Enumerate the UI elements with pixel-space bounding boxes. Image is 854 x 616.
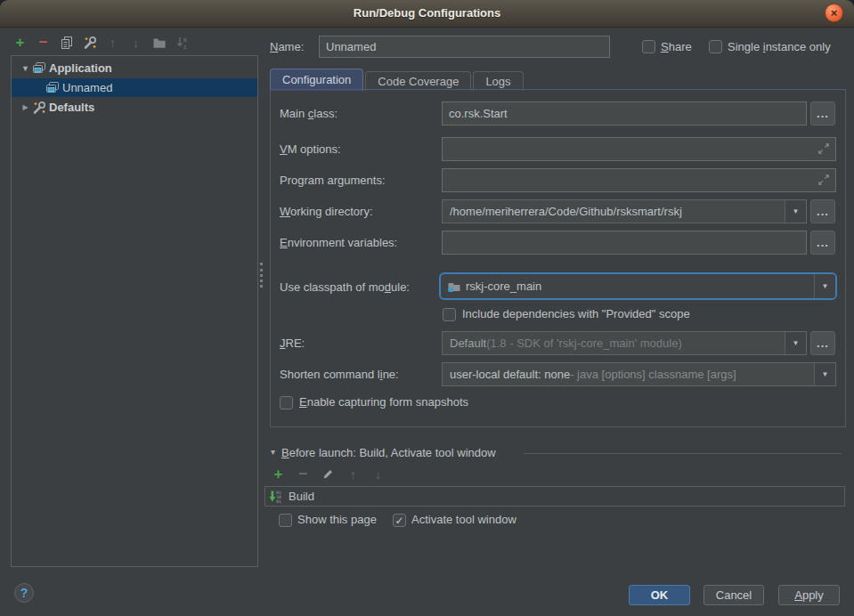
arrow-down-icon: ↓ — [133, 36, 139, 50]
ellipsis-icon: ... — [817, 107, 829, 120]
dropdown-arrow-icon[interactable]: ▼ — [785, 200, 806, 223]
move-task-up-button[interactable]: ↑ — [346, 466, 361, 482]
tab-bar: Configuration Code Coverage Logs — [270, 69, 525, 91]
arrow-down-icon: ↓ — [375, 467, 381, 482]
move-down-button[interactable]: ↓ — [128, 35, 143, 50]
tree-item-application[interactable]: ▼ Application — [12, 59, 257, 77]
share-checkbox[interactable] — [642, 40, 655, 53]
main-class-input[interactable] — [442, 101, 807, 126]
show-this-page-label: Show this page — [297, 513, 377, 526]
svg-text:z: z — [183, 43, 187, 49]
activate-tool-window-label: Activate tool window — [411, 513, 516, 526]
name-input[interactable] — [319, 36, 610, 58]
jre-browse-button[interactable]: ... — [810, 331, 835, 355]
tree-item-label: Application — [49, 61, 112, 75]
run-debug-configurations-dialog: Run/Debug Configurations × + − ↑ — [0, 0, 854, 616]
move-task-down-button[interactable]: ↓ — [370, 466, 386, 482]
cancel-button[interactable]: Cancel — [704, 585, 764, 605]
tree-item-unnamed[interactable]: Unnamed — [12, 78, 257, 97]
arrow-up-icon: ↑ — [350, 467, 356, 482]
working-directory-combo[interactable]: /home/meriherrera/Code/Github/rsksmart/r… — [442, 199, 807, 223]
enable-snapshots-label: Enable capturing form snapshots — [299, 395, 468, 409]
svg-text:01: 01 — [276, 499, 281, 504]
plus-icon: + — [16, 34, 25, 52]
minus-icon: − — [299, 466, 308, 483]
include-provided-label: Include dependencies with "Provided" sco… — [462, 307, 690, 320]
expand-field-icon[interactable] — [817, 142, 830, 155]
add-configuration-button[interactable]: + — [12, 35, 28, 50]
tree-item-defaults[interactable]: ▶ Defaults — [12, 98, 257, 117]
before-launch-toolbar: + − ↑ ↓ — [271, 466, 386, 482]
expand-field-icon[interactable] — [817, 174, 830, 186]
minus-icon: − — [39, 34, 48, 52]
before-launch-title: Before launch: Build, Activate tool wind… — [281, 446, 496, 459]
tab-logs[interactable]: Logs — [473, 71, 523, 91]
apply-button[interactable]: Apply — [778, 585, 840, 605]
shorten-command-line-label: Shorten command line: — [280, 368, 399, 382]
svg-text:a: a — [183, 36, 187, 43]
remove-task-button[interactable]: − — [296, 466, 311, 482]
name-label: Name: — [270, 40, 304, 53]
collapse-section-icon[interactable]: ▾ — [271, 447, 275, 457]
tree-item-label: Unnamed — [62, 81, 112, 94]
title-bar[interactable]: Run/Debug Configurations × — [0, 0, 854, 28]
single-instance-checkbox[interactable] — [709, 40, 722, 53]
program-arguments-label: Program arguments: — [280, 174, 386, 188]
enable-snapshots-checkbox[interactable] — [280, 396, 293, 409]
move-up-button[interactable]: ↑ — [105, 35, 120, 50]
shorten-command-line-combo[interactable]: user-local default: none - java [options… — [442, 362, 836, 386]
folder-icon — [152, 36, 167, 50]
vm-options-input[interactable] — [442, 137, 836, 161]
sort-configurations-button[interactable]: a z — [175, 35, 190, 50]
check-icon: ✓ — [394, 515, 403, 526]
chevron-collapsed-icon[interactable]: ▶ — [20, 103, 30, 111]
application-icon — [45, 81, 60, 95]
main-class-label: Main class: — [280, 107, 338, 121]
pencil-icon — [321, 467, 335, 481]
before-launch-task-row[interactable]: 01 10 01 Build — [264, 486, 845, 507]
program-arguments-input[interactable] — [442, 168, 836, 192]
module-icon — [447, 280, 461, 294]
environment-variables-browse-button[interactable]: ... — [810, 231, 835, 255]
activate-tool-window-checkbox[interactable]: ✓ — [393, 514, 406, 527]
working-directory-browse-button[interactable]: ... — [810, 199, 835, 223]
tree-item-label: Defaults — [49, 101, 94, 114]
dropdown-arrow-icon[interactable]: ▼ — [785, 332, 806, 354]
include-provided-checkbox[interactable] — [443, 308, 456, 321]
create-folder-button[interactable] — [151, 35, 167, 50]
edit-task-button[interactable] — [321, 466, 336, 482]
dialog-title: Run/Debug Configurations — [0, 0, 854, 27]
share-label: Share — [661, 40, 692, 53]
dropdown-arrow-icon[interactable]: ▼ — [814, 363, 835, 385]
sort-alphabetically-icon: a z — [175, 36, 190, 50]
edit-defaults-button[interactable] — [82, 35, 97, 50]
close-button[interactable]: × — [825, 4, 843, 22]
ok-button[interactable]: OK — [629, 585, 690, 605]
configurations-toolbar: + − ↑ ↓ — [12, 35, 190, 50]
plus-icon: + — [274, 466, 283, 483]
dropdown-arrow-icon[interactable]: ▼ — [814, 274, 835, 298]
single-instance-label: Single instance only — [728, 40, 831, 53]
close-icon: × — [831, 6, 838, 20]
ellipsis-icon: ... — [817, 236, 829, 249]
show-this-page-checkbox[interactable] — [279, 514, 292, 527]
question-mark-icon: ? — [20, 586, 28, 600]
main-class-browse-button[interactable]: ... — [810, 101, 835, 126]
help-button[interactable]: ? — [14, 583, 34, 603]
working-directory-label: Working directory: — [280, 205, 373, 219]
tab-configuration[interactable]: Configuration — [270, 69, 363, 91]
ellipsis-icon: ... — [817, 205, 829, 218]
use-classpath-label: Use classpath of module: — [280, 280, 410, 295]
add-task-button[interactable]: + — [271, 466, 286, 482]
use-classpath-combo[interactable]: rskj-core_main ▼ — [439, 272, 837, 300]
environment-variables-label: Environment variables: — [280, 236, 397, 250]
environment-variables-input[interactable] — [442, 231, 807, 255]
jre-combo[interactable]: Default (1.8 - SDK of 'rskj-core_main' m… — [442, 331, 807, 355]
tab-code-coverage[interactable]: Code Coverage — [365, 71, 471, 91]
copy-configuration-button[interactable] — [59, 35, 74, 50]
remove-configuration-button[interactable]: − — [36, 35, 51, 50]
arrow-up-icon: ↑ — [110, 36, 116, 50]
copy-icon — [60, 36, 74, 50]
chevron-expanded-icon[interactable]: ▼ — [20, 64, 30, 73]
panel-splitter-handle[interactable] — [260, 263, 263, 288]
